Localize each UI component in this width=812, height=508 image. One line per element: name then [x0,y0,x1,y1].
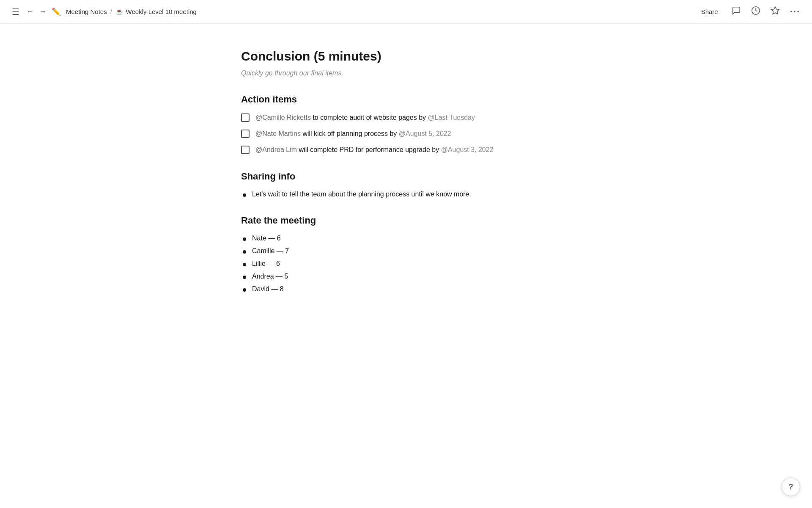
bullet-dot [243,193,246,197]
action-items-title: Action items [241,94,571,105]
sharing-info-text-1: Let's wait to tell the team about the pl… [252,190,471,198]
mention-3: @Andrea Lim [255,146,297,153]
share-button[interactable]: Share [696,6,723,18]
more-options-button[interactable]: ··· [788,5,802,19]
bullet-dot [243,288,246,292]
list-item: David — 8 [243,285,571,293]
bullet-dot [243,276,246,279]
conclusion-title: Conclusion (5 minutes) [241,49,571,64]
breadcrumb-separator: / [110,8,112,15]
date-mention-2: @August 5, 2022 [399,130,451,137]
action-item-text-1: @Camille Ricketts to complete audit of w… [255,114,475,121]
rate-meeting-list: Nate — 6 Camille — 7 Lillie — 6 Andrea —… [241,235,571,293]
list-item: Lillie — 6 [243,260,571,268]
date-mention-1: @Last Tuesday [428,114,475,121]
checkbox-2[interactable] [241,130,250,138]
back-button[interactable]: ← [26,7,34,16]
topbar-left: ☰ ← → ✏️ Meeting Notes / ☕ Weekly Level … [10,5,197,19]
list-item: Nate — 6 [243,235,571,242]
list-item: Andrea — 5 [243,273,571,280]
checkbox-1[interactable] [241,113,250,122]
topbar: ☰ ← → ✏️ Meeting Notes / ☕ Weekly Level … [0,0,812,24]
favorite-button[interactable] [769,4,782,19]
rate-item-3: Lillie — 6 [252,260,280,268]
action-item: @Camille Ricketts to complete audit of w… [241,113,571,122]
bullet-dot [243,250,246,254]
main-content: Conclusion (5 minutes) Quickly go throug… [224,24,588,327]
sharing-info-title: Sharing info [241,171,571,182]
sharing-info-list: Let's wait to tell the team about the pl… [241,190,571,198]
history-button[interactable] [749,4,762,19]
comment-button[interactable] [730,4,743,19]
mention-1: @Camille Ricketts [255,114,311,121]
bullet-dot [243,263,246,266]
help-button[interactable]: ? [782,478,800,496]
breadcrumb-root[interactable]: Meeting Notes [66,8,107,15]
list-item: Camille — 7 [243,247,571,255]
forward-button[interactable]: → [39,7,47,16]
rate-item-2: Camille — 7 [252,247,289,255]
rate-meeting-title: Rate the meeting [241,215,571,226]
page-emoji: ☕ [115,8,123,16]
conclusion-subtitle: Quickly go through our final items. [241,69,571,77]
checkbox-3[interactable] [241,146,250,154]
date-mention-3: @August 3, 2022 [441,146,494,153]
breadcrumb-page[interactable]: ☕ Weekly Level 10 meeting [115,8,197,16]
mention-2: @Nate Martins [255,130,301,137]
action-item-text-3: @Andrea Lim will complete PRD for perfor… [255,146,494,154]
rate-item-1: Nate — 6 [252,235,281,242]
breadcrumb: Meeting Notes / ☕ Weekly Level 10 meetin… [66,8,197,16]
action-item: @Nate Martins will kick off planning pro… [241,130,571,138]
bullet-dot [243,237,246,241]
action-item: @Andrea Lim will complete PRD for perfor… [241,146,571,154]
rate-item-5: David — 8 [252,285,284,293]
topbar-right: Share ··· [696,4,802,19]
menu-icon[interactable]: ☰ [10,5,21,19]
page-title: Weekly Level 10 meeting [126,8,197,15]
rate-item-4: Andrea — 5 [252,273,288,280]
pencil-icon: ✏️ [52,7,61,17]
action-items-list: @Camille Ricketts to complete audit of w… [241,113,571,154]
action-item-text-2: @Nate Martins will kick off planning pro… [255,130,451,138]
list-item: Let's wait to tell the team about the pl… [243,190,571,198]
svg-marker-1 [771,7,779,14]
